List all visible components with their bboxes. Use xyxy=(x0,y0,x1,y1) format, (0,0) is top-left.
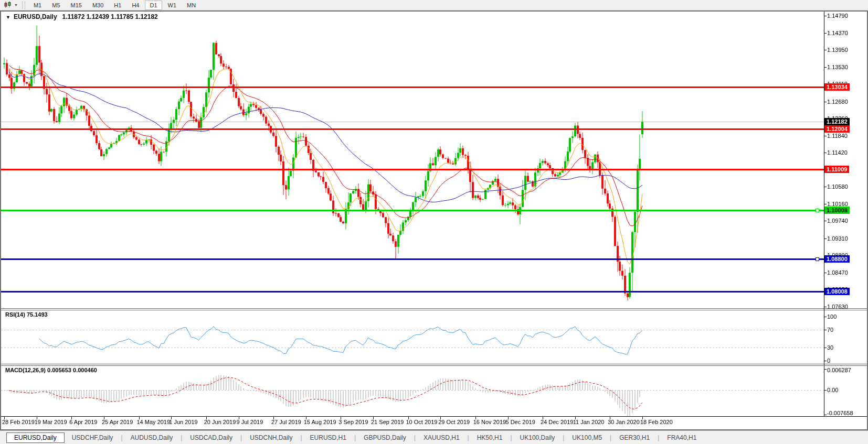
horizontal-line-price-label[interactable]: 1.11009 xyxy=(824,166,849,173)
toolbar-separator xyxy=(22,2,25,9)
chart-tab-uk100-daily[interactable]: UK100,Daily xyxy=(513,433,563,442)
timeframe-buttons: M1M5M15M30H1H4D1W1MN xyxy=(28,1,201,10)
date-axis-label: 9 Jul 2019 xyxy=(237,419,263,425)
date-axis-label: 19 Mar 2019 xyxy=(35,419,67,425)
timeframe-h4-button[interactable]: H4 xyxy=(127,1,144,10)
chart-tab-usdchf-daily[interactable]: USDCHF,Daily xyxy=(65,433,121,442)
chart-tab-ger30-h1[interactable]: GER30,H1 xyxy=(612,433,657,442)
price-axis-tick: 1.07630 xyxy=(827,303,848,310)
price-axis-tick: 1.14790 xyxy=(827,12,848,19)
date-axis-label: 16 Nov 2019 xyxy=(473,419,506,425)
date-axis-label: 20 Jun 2019 xyxy=(204,419,236,425)
chart-symbol-period: EURUSD,Daily xyxy=(14,13,57,20)
horizontal-line-price-label[interactable]: 1.08800 xyxy=(824,255,850,263)
rsi-axis-tick: 30 xyxy=(827,344,833,351)
timeframe-m5-button[interactable]: M5 xyxy=(47,1,65,10)
timeframe-m30-button[interactable]: M30 xyxy=(88,1,108,10)
chart-tab-eurusd-h1[interactable]: EURUSD,H1 xyxy=(303,433,354,442)
price-axis-tick: 1.13530 xyxy=(827,63,848,71)
price-axis-tick: 1.11840 xyxy=(827,132,848,139)
chart-tab-usdcad-daily[interactable]: USDCAD,Daily xyxy=(183,433,240,442)
chart-tab-hk50-h1[interactable]: HK50,H1 xyxy=(470,433,510,442)
horizontal-line-price-label[interactable]: 1.10008 xyxy=(824,207,850,214)
timeframe-mn-button[interactable]: MN xyxy=(182,1,200,10)
date-axis-label: 6 Apr 2019 xyxy=(69,419,97,425)
date-axis-label: 3 Sep 2019 xyxy=(338,419,368,425)
price-axis-tick: 1.12680 xyxy=(827,98,848,105)
candlestick-chart-icon[interactable] xyxy=(4,1,12,9)
chart-tab-gbpusd-daily[interactable]: GBPUSD,Daily xyxy=(356,433,414,442)
price-axis-tick: 1.10580 xyxy=(827,183,848,190)
date-axis-label: 30 Jan 2020 xyxy=(608,419,640,425)
date-axis-label: 28 Feb 2019 xyxy=(2,419,35,425)
rsi-axis-tick: 100 xyxy=(827,313,837,320)
timeframes-toolbar: ▼ M1M5M15M30H1H4D1W1MN xyxy=(0,0,868,10)
date-axis-label: 10 Oct 2019 xyxy=(406,419,438,425)
rsi-axis-tick: 0 xyxy=(827,357,830,364)
date-axis-label: 18 Feb 2020 xyxy=(640,419,673,425)
price-chart-canvas[interactable] xyxy=(1,12,867,429)
current-price-label: 1.12182 xyxy=(824,118,850,125)
chart-tab-bar: EURUSD,DailyUSDCHF,Daily|AUDUSD,Daily|US… xyxy=(0,430,868,444)
collapse-chart-icon[interactable]: ▼ xyxy=(6,15,10,20)
horizontal-line-price-label[interactable]: 1.08008 xyxy=(824,288,850,295)
price-axis-tick: 1.09740 xyxy=(827,217,848,224)
chart-window: ▼EURUSD,Daily1.11872 1.12439 1.11785 1.1… xyxy=(0,10,868,430)
timeframe-m1-button[interactable]: M1 xyxy=(29,1,46,10)
date-axis-label: 11 Jan 2020 xyxy=(573,419,605,425)
chart-ohlc-values: 1.11872 1.12439 1.11785 1.12182 xyxy=(62,13,158,20)
date-axis-label: 5 Dec 2019 xyxy=(506,419,535,425)
chart-title: ▼EURUSD,Daily1.11872 1.12439 1.11785 1.1… xyxy=(6,13,158,20)
date-axis-label: 14 May 2019 xyxy=(137,419,171,425)
horizontal-line-price-label[interactable]: 1.12004 xyxy=(824,125,850,133)
macd-axis-tick: 0.00 xyxy=(827,386,838,394)
date-axis-label: 27 Jul 2019 xyxy=(271,419,301,425)
horizontal-line-price-label[interactable]: 1.13034 xyxy=(824,83,850,91)
price-axis-tick: 1.08470 xyxy=(827,269,848,276)
price-axis-tick: 1.09310 xyxy=(827,235,848,242)
chart-tab-audusd-daily[interactable]: AUDUSD,Daily xyxy=(123,433,181,442)
chart-tab-uk100-m5[interactable]: UK100,M5 xyxy=(565,433,609,442)
timeframe-w1-button[interactable]: W1 xyxy=(163,1,182,10)
chart-tab-eurusd-daily[interactable]: EURUSD,Daily xyxy=(6,432,65,443)
macd-axis-tick: -0.007658 xyxy=(827,409,853,417)
price-axis-tick: 1.14370 xyxy=(827,29,848,37)
macd-axis-tick: 0.006287 xyxy=(827,366,851,374)
date-axis-label: 25 Apr 2019 xyxy=(102,419,133,425)
date-axis-label: 29 Oct 2019 xyxy=(438,419,470,425)
date-axis-label: 21 Sep 2019 xyxy=(371,419,404,425)
timeframe-d1-button[interactable]: D1 xyxy=(145,1,162,10)
timeframe-h1-button[interactable]: H1 xyxy=(109,1,126,10)
rsi-indicator-label: RSI(14) 75.1493 xyxy=(5,311,48,318)
chart-tab-usdcnh-daily[interactable]: USDCNH,Daily xyxy=(242,433,300,442)
date-axis-label: 1 Jun 2019 xyxy=(169,419,197,425)
timeframe-m15-button[interactable]: M15 xyxy=(66,1,87,10)
price-axis-tick: 1.11420 xyxy=(827,149,848,156)
chart-tab-xauusd-h1[interactable]: XAUUSD,H1 xyxy=(416,433,467,442)
chart-type-dropdown-icon[interactable]: ▼ xyxy=(14,3,18,7)
mt4-terminal: ▼ M1M5M15M30H1H4D1W1MN ▼EURUSD,Daily1.11… xyxy=(0,0,868,444)
macd-indicator-label: MACD(12,26,9) 0.005653 0.000460 xyxy=(5,367,97,373)
rsi-axis-tick: 70 xyxy=(827,326,833,333)
date-axis-label: 24 Dec 2019 xyxy=(541,419,573,425)
price-axis-tick: 1.13950 xyxy=(827,46,848,53)
date-axis-label: 15 Aug 2019 xyxy=(304,419,336,425)
chart-type-group: ▼ xyxy=(0,1,20,9)
chart-tab-fra40-h1[interactable]: FRA40,H1 xyxy=(660,433,704,442)
